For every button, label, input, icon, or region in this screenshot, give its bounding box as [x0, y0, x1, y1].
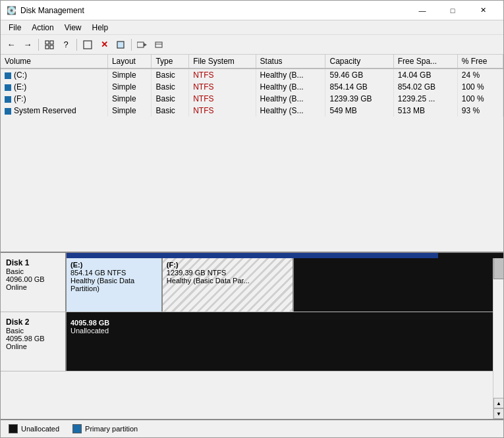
- disk2-type: Basic: [6, 327, 60, 335]
- scroll-track[interactable]: ▲ ▼: [493, 253, 503, 419]
- disk2-size: 4095.98 GB: [6, 335, 60, 342]
- close-button[interactable]: ✕: [468, 1, 498, 20]
- cell-volume: (E:): [1, 81, 107, 93]
- toolbar-separator-2: [76, 39, 77, 51]
- col-free[interactable]: Free Spa...: [393, 55, 457, 68]
- disk-scroll[interactable]: Disk 1 Basic 4096.00 GB Online (E:) 854.…: [1, 253, 503, 419]
- cell-free: 1239.25 ...: [393, 93, 457, 105]
- cell-fs: NTFS: [189, 105, 256, 117]
- col-capacity[interactable]: Capacity: [325, 55, 393, 68]
- cell-status: Healthy (B...: [256, 81, 325, 93]
- cell-layout: Simple: [107, 93, 152, 105]
- cell-free: 14.04 GB: [393, 68, 457, 81]
- toolbar: ← → ? ✕: [1, 35, 503, 55]
- cell-volume: (C:): [1, 68, 107, 81]
- disk1-e-size: 854.14 GB NTFS: [70, 269, 157, 277]
- window-controls: — □ ✕: [407, 1, 498, 20]
- disk2-name: Disk 2: [6, 317, 60, 327]
- minimize-button[interactable]: —: [407, 1, 437, 20]
- help-toolbar-button[interactable]: ?: [58, 37, 74, 53]
- table-row[interactable]: (C:) Simple Basic NTFS Healthy (B... 59.…: [1, 68, 503, 81]
- disk1-e-name: (E:): [70, 261, 157, 269]
- svg-rect-0: [45, 41, 49, 44]
- cell-volume: System Reserved: [1, 105, 107, 117]
- legend-primary-box: [72, 424, 82, 433]
- table-row[interactable]: (E:) Simple Basic NTFS Healthy (B... 854…: [1, 81, 503, 93]
- legend-unallocated-label: Unallocated: [21, 425, 59, 433]
- cell-volume: (F:): [1, 93, 107, 105]
- scroll-down[interactable]: ▼: [493, 408, 503, 419]
- menu-bar: File Action View Help: [1, 20, 503, 35]
- cell-pct: 24 %: [457, 68, 503, 81]
- col-fs[interactable]: File System: [189, 55, 256, 68]
- svg-rect-5: [117, 41, 124, 48]
- disk1-partition-e[interactable]: (E:) 854.14 GB NTFS Healthy (Basic Data …: [67, 253, 163, 312]
- cell-free: 513 MB: [393, 105, 457, 117]
- volume-table: Volume Layout Type File System Status Ca…: [1, 55, 503, 117]
- cell-capacity: 1239.39 GB: [325, 93, 393, 105]
- toolbar-btn-3[interactable]: [42, 37, 57, 53]
- back-button[interactable]: ←: [3, 37, 19, 53]
- disk2-size-label: 4095.98 GB: [70, 319, 498, 327]
- svg-rect-6: [137, 42, 144, 47]
- disk1-f-name: (F:): [167, 261, 289, 269]
- disk1-f-status: Healthy (Basic Data Par...: [167, 277, 289, 285]
- toolbar-btn-6[interactable]: ✕: [96, 37, 112, 53]
- col-pct[interactable]: % Free: [457, 55, 503, 68]
- disk1-f-size: 1239.39 GB NTFS: [167, 269, 289, 277]
- table-header-row: Volume Layout Type File System Status Ca…: [1, 55, 503, 68]
- cell-layout: Simple: [107, 81, 152, 93]
- disk1-status: Online: [6, 283, 60, 291]
- col-layout[interactable]: Layout: [107, 55, 152, 68]
- disk1-name: Disk 1: [6, 258, 60, 267]
- cell-type: Basic: [152, 68, 189, 81]
- cell-fs: NTFS: [189, 93, 256, 105]
- legend-unallocated: Unallocated: [9, 424, 59, 433]
- legend-unallocated-box: [9, 424, 18, 433]
- disk2-unallocated[interactable]: 4095.98 GB Unallocated: [67, 312, 503, 371]
- cell-fs: NTFS: [189, 81, 256, 93]
- toolbar-btn-7[interactable]: [113, 37, 128, 53]
- toolbar-btn-5[interactable]: [80, 37, 96, 53]
- toolbar-btn-9[interactable]: [151, 37, 167, 53]
- disk2-status: Online: [6, 342, 60, 350]
- cell-capacity: 549 MB: [325, 105, 393, 117]
- table-row[interactable]: (F:) Simple Basic NTFS Healthy (B... 123…: [1, 93, 503, 105]
- cell-status: Healthy (B...: [256, 68, 325, 81]
- legend-primary: Primary partition: [72, 424, 138, 433]
- col-status[interactable]: Status: [256, 55, 325, 68]
- svg-rect-8: [155, 42, 162, 47]
- col-type[interactable]: Type: [152, 55, 189, 68]
- window-title: Disk Management: [20, 6, 407, 15]
- table-row[interactable]: System Reserved Simple Basic NTFS Health…: [1, 105, 503, 117]
- disk2-unalloc-label: Unallocated: [70, 327, 498, 335]
- disk1-label: Disk 1 Basic 4096.00 GB Online: [1, 253, 67, 312]
- toolbar-btn-8[interactable]: [134, 37, 150, 53]
- toolbar-separator-3: [131, 39, 132, 51]
- cell-type: Basic: [152, 105, 189, 117]
- disk2-label: Disk 2 Basic 4095.98 GB Online: [1, 312, 67, 371]
- cell-free: 854.02 GB: [393, 81, 457, 93]
- svg-marker-7: [144, 43, 147, 47]
- menu-file[interactable]: File: [3, 22, 26, 34]
- disk1-header-stripe: [67, 253, 438, 258]
- cell-status: Healthy (S...: [256, 105, 325, 117]
- disk2-partitions: 4095.98 GB Unallocated: [67, 312, 503, 371]
- cell-pct: 100 %: [457, 93, 503, 105]
- menu-help[interactable]: Help: [87, 22, 114, 34]
- cell-pct: 93 %: [457, 105, 503, 117]
- menu-view[interactable]: View: [59, 22, 87, 34]
- col-volume[interactable]: Volume: [1, 55, 107, 68]
- cell-capacity: 854.14 GB: [325, 81, 393, 93]
- cell-type: Basic: [152, 93, 189, 105]
- scroll-up[interactable]: ▲: [493, 398, 503, 408]
- disk1-dark-stripe: [438, 253, 503, 258]
- main-area: Volume Layout Type File System Status Ca…: [1, 55, 503, 437]
- cell-layout: Simple: [107, 105, 152, 117]
- disk1-partition-dark: [294, 253, 503, 312]
- menu-action[interactable]: Action: [26, 22, 59, 34]
- disk1-partition-f[interactable]: (F:) 1239.39 GB NTFS Healthy (Basic Data…: [163, 253, 294, 312]
- cell-status: Healthy (B...: [256, 93, 325, 105]
- forward-button[interactable]: →: [20, 37, 36, 53]
- maximize-button[interactable]: □: [437, 1, 468, 20]
